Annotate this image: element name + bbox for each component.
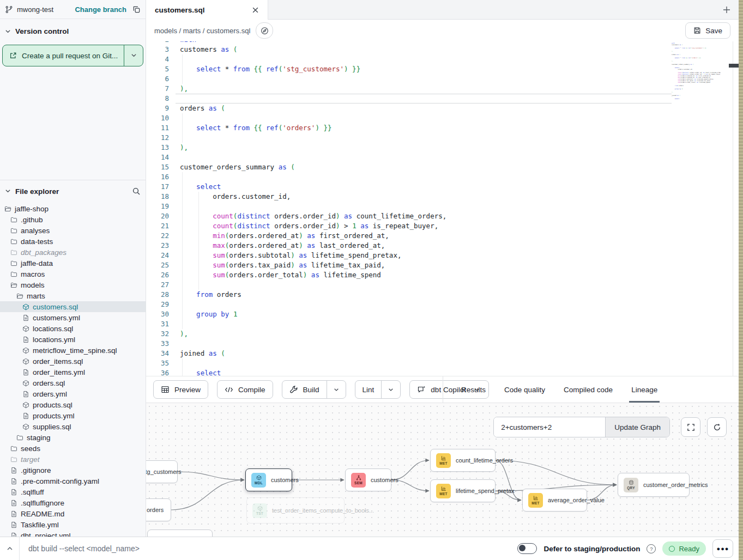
lineage-node-stg_customers[interactable]: stg_customers — [146, 460, 178, 483]
help-icon[interactable]: ? — [647, 544, 656, 553]
tree-item-customers-yml[interactable]: customers.yml — [0, 312, 146, 323]
tree-item-products-sql[interactable]: products.sql — [0, 399, 146, 410]
code-line-35[interactable] — [176, 358, 672, 368]
code-line-11[interactable]: select * from {{ ref('orders') }} — [176, 123, 672, 133]
code-line-5[interactable]: select * from {{ ref('stg_customers') }} — [176, 64, 672, 74]
lineage-node-customer_order_metrics[interactable]: QRYcustomer_order_metrics — [618, 473, 690, 497]
lineage-node-customers_sem[interactable]: SEMcustomers — [345, 468, 391, 491]
copy-icon[interactable] — [132, 5, 141, 14]
code-line-16[interactable] — [176, 172, 672, 182]
lineage-node-customers_model[interactable]: MDLcustomers — [245, 468, 292, 491]
command-input[interactable] — [20, 544, 517, 553]
tree-item-jaffle-shop[interactable]: jaffle-shop — [0, 203, 146, 214]
tree-item-target[interactable]: target — [0, 454, 146, 465]
code-line-23[interactable]: max(orders.ordered_at) as last_ordered_a… — [176, 241, 672, 251]
file-explorer-header[interactable]: File explorer — [0, 180, 146, 201]
tab-lineage[interactable]: Lineage — [631, 376, 657, 403]
tree-item-locations-yml[interactable]: locations.yml — [0, 334, 146, 345]
code-line-31[interactable] — [176, 319, 672, 329]
tree-item-products-yml[interactable]: products.yml — [0, 410, 146, 421]
tree-item--sqlfluffignore[interactable]: .sqlfluffignore — [0, 497, 146, 508]
new-tab-button[interactable] — [722, 5, 731, 14]
code-line-6[interactable] — [176, 74, 672, 84]
tree-item-staging[interactable]: staging — [0, 432, 146, 443]
lint-dropdown-button[interactable] — [382, 381, 400, 398]
code-line-22[interactable]: min(orders.ordered_at) as first_ordered_… — [176, 231, 672, 241]
tree-item--github[interactable]: .github — [0, 214, 146, 225]
code-line-20[interactable]: count(distinct orders.order_id) as count… — [176, 211, 672, 221]
lineage-node-count_lifetime_orders[interactable]: METcount_lifetime_orders — [430, 449, 496, 472]
lineage-filter-input[interactable] — [494, 417, 605, 437]
tree-item-orders-yml[interactable]: orders.yml — [0, 388, 146, 399]
code-lines[interactable]: withcustomers as ( select * from {{ ref(… — [176, 41, 672, 376]
minimap[interactable]: withcustomers as ( select * from {{ ref(… — [672, 42, 721, 113]
tree-item-locations-sql[interactable]: locations.sql — [0, 323, 146, 334]
code-line-14[interactable] — [176, 153, 672, 162]
tree-item--sqlfluff[interactable]: .sqlfluff — [0, 486, 146, 497]
version-control-header[interactable]: Version control — [0, 19, 146, 41]
tab-compiled-code[interactable]: Compiled code — [564, 376, 613, 403]
lineage-node-orders[interactable]: orders — [146, 498, 171, 521]
code-line-34[interactable]: joined as ( — [176, 349, 672, 358]
code-line-27[interactable] — [176, 280, 672, 290]
code-line-25[interactable]: sum(orders.tax_paid) as lifetime_tax_pai… — [176, 260, 672, 270]
code-line-10[interactable] — [176, 113, 672, 123]
tree-item-seeds[interactable]: seeds — [0, 443, 146, 454]
pr-dropdown-button[interactable] — [124, 45, 143, 66]
code-line-19[interactable] — [176, 202, 672, 211]
tree-item-supplies-sql[interactable]: supplies.sql — [0, 421, 146, 432]
fullscreen-icon[interactable] — [681, 417, 700, 437]
close-icon[interactable] — [252, 7, 259, 14]
tree-item-dbt-packages[interactable]: dbt_packages — [0, 247, 146, 258]
tree-item-order-items-sql[interactable]: order_items.sql — [0, 356, 146, 367]
tree-item-data-tests[interactable]: data-tests — [0, 236, 146, 247]
code-line-29[interactable] — [176, 300, 672, 309]
code-editor[interactable]: 2345678910111213141516171819202122232425… — [146, 41, 739, 376]
code-line-28[interactable]: from orders — [176, 290, 672, 300]
tree-item-jaffle-data[interactable]: jaffle-data — [0, 258, 146, 269]
code-line-26[interactable]: sum(orders.order_total) as lifetime_spen… — [176, 270, 672, 280]
build-button[interactable]: Build — [282, 381, 327, 398]
tab-results[interactable]: Results — [461, 376, 486, 403]
search-icon[interactable] — [132, 187, 141, 196]
tree-item-order-items-yml[interactable]: order_items.yml — [0, 367, 146, 378]
refresh-icon[interactable] — [707, 417, 727, 437]
editor-scrollbar-thumb[interactable] — [729, 64, 739, 68]
lineage-node-lifetime_spend_pretax[interactable]: METlifetime_spend_pretax — [430, 479, 496, 502]
tree-item-models[interactable]: models — [0, 279, 146, 290]
lineage-node-average_order_value[interactable]: METaverage_order_value — [522, 489, 587, 512]
save-button[interactable]: Save — [685, 22, 730, 39]
code-line-24[interactable]: sum(orders.subtotal) as lifetime_spend_p… — [176, 251, 672, 260]
tree-item--gitignore[interactable]: .gitignore — [0, 465, 146, 476]
code-line-17[interactable]: select — [176, 182, 672, 192]
code-line-13[interactable]: ), — [176, 143, 672, 153]
create-pull-request-button[interactable]: Create a pull request on Git... — [2, 45, 143, 66]
more-options-button[interactable]: ●●● — [712, 539, 733, 558]
code-line-12[interactable] — [176, 133, 672, 143]
code-line-8[interactable] — [176, 94, 672, 104]
lineage-node-partial_node[interactable] — [147, 529, 213, 537]
change-branch-link[interactable]: Change branch — [75, 5, 126, 14]
code-line-21[interactable]: count(distinct orders.order_id) > 1 as i… — [176, 221, 672, 231]
tab-code-quality[interactable]: Code quality — [504, 376, 545, 403]
caret-up-icon[interactable] — [0, 537, 20, 560]
code-line-4[interactable] — [176, 54, 672, 64]
compile-button[interactable]: Compile — [218, 381, 273, 398]
tree-item-readme-md[interactable]: README.md — [0, 508, 146, 519]
tree-item-dbt-project-yml[interactable]: dbt_project.yml — [0, 530, 146, 537]
compass-icon[interactable] — [256, 22, 273, 39]
code-line-15[interactable]: customer_orders_summary as ( — [176, 162, 672, 172]
tab-customers-sql[interactable]: customers.sql — [146, 0, 268, 20]
update-graph-button[interactable]: Update Graph — [605, 417, 669, 437]
lineage-node-test_order_items[interactable]: TSTtest_order_items_compute_to_bools... — [246, 497, 345, 524]
tree-item-marts[interactable]: marts — [0, 290, 146, 301]
lint-button[interactable]: Lint — [355, 381, 382, 398]
tree-item-metricflow-time-spine-sql[interactable]: metricflow_time_spine.sql — [0, 345, 146, 356]
code-line-18[interactable]: orders.customer_id, — [176, 192, 672, 202]
code-line-33[interactable] — [176, 339, 672, 349]
code-line-32[interactable]: ), — [176, 329, 672, 339]
code-line-36[interactable]: select — [176, 368, 672, 376]
tree-item-macros[interactable]: macros — [0, 269, 146, 279]
tree-item-customers-sql[interactable]: customers.sql — [0, 301, 146, 312]
tree-item--pre-commit-config-yaml[interactable]: .pre-commit-config.yaml — [0, 476, 146, 486]
